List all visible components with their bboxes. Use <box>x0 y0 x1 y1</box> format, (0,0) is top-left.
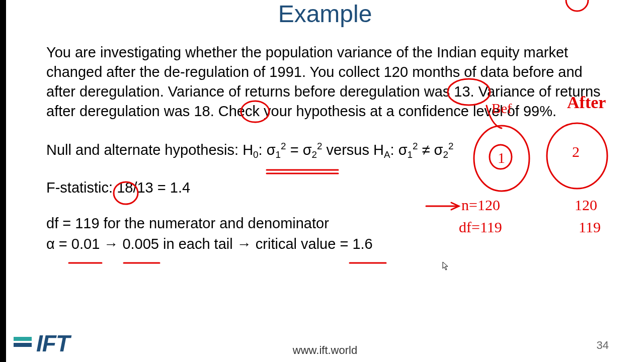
s1subb: 1 <box>408 149 413 160</box>
h0-sub: 0 <box>253 149 258 160</box>
cursor-icon <box>442 261 449 273</box>
fstat-label: F-statistic: <box>46 179 117 196</box>
s2b: σ <box>434 141 443 157</box>
s2subb: 2 <box>443 149 448 160</box>
df-line: df = 119 for the numerator and denominat… <box>46 215 604 232</box>
s1b: σ <box>398 141 408 157</box>
s2sub: 2 <box>312 149 317 160</box>
a2: 0.005 in each tail <box>118 236 236 252</box>
s1sup: 2 <box>281 141 286 151</box>
a1: α = 0.01 <box>46 236 104 252</box>
s2sup: 2 <box>317 141 322 151</box>
ar1: → <box>104 236 118 252</box>
versus: versus H <box>323 141 384 157</box>
problem-statement: You are investigating whether the popula… <box>46 43 604 122</box>
eq: = <box>286 141 303 157</box>
s2: σ <box>303 141 312 157</box>
hypothesis-label: Null and alternate hypothesis: <box>46 141 243 157</box>
content-area: You are investigating whether the popula… <box>6 43 644 252</box>
a3: critical value = 1.6 <box>252 236 373 252</box>
s1supb: 2 <box>413 141 418 151</box>
hasub: A <box>384 149 390 160</box>
s1sub: 1 <box>276 149 281 160</box>
s2supb: 2 <box>448 141 453 151</box>
fstat-calc: 18/13 = 1.4 <box>117 179 190 196</box>
logo-text: IFT <box>36 330 69 356</box>
logo: IFT <box>16 330 69 357</box>
alpha-line: α = 0.01 → 0.005 in each tail → critical… <box>46 236 604 252</box>
h0-pre: H <box>243 141 253 157</box>
page-number: 34 <box>597 339 609 352</box>
s1: σ <box>267 141 276 157</box>
hypothesis-line: Null and alternate hypothesis: H0: σ12 =… <box>46 141 604 160</box>
slide-title: Example <box>6 0 644 28</box>
fstat-line: F-statistic: 18/13 = 1.4 <box>46 179 604 196</box>
ne: ≠ <box>418 141 434 157</box>
ar2: → <box>237 236 252 252</box>
footer-url: www.ift.world <box>293 344 357 357</box>
